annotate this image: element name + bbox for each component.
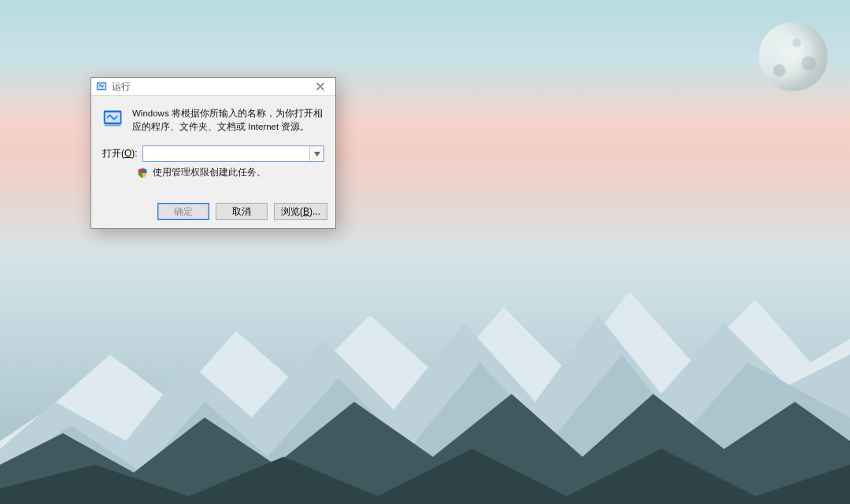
run-icon-large (102, 107, 124, 129)
close-button[interactable] (307, 79, 334, 94)
uac-shield-icon (137, 167, 148, 178)
run-dialog: 运行 Windows 将根据你所输入的名称，为你打开 (91, 77, 336, 229)
mountain-front-layer (0, 347, 850, 504)
admin-note-row: 使用管理权限创建此任务。 (137, 167, 324, 178)
titlebar-title: 运行 (112, 80, 131, 94)
svg-rect-4 (105, 124, 121, 126)
run-icon (96, 81, 107, 92)
open-dropdown-button[interactable] (309, 146, 323, 161)
open-row: 打开(O): (102, 145, 324, 162)
browse-button[interactable]: 浏览(B)... (274, 203, 327, 220)
dialog-body: Windows 将根据你所输入的名称，为你打开相应的程序、文件夹、文档或 Int… (91, 96, 335, 196)
cancel-button[interactable]: 取消 (216, 203, 268, 220)
close-icon (316, 83, 324, 90)
desktop-wallpaper: 运行 Windows 将根据你所输入的名称，为你打开 (0, 0, 850, 504)
chevron-down-icon (314, 152, 320, 156)
moon-graphic (759, 22, 828, 91)
button-bar: 确定 取消 浏览(B)... (91, 196, 335, 228)
open-input[interactable] (142, 145, 324, 162)
titlebar[interactable]: 运行 (91, 78, 335, 96)
open-combobox (142, 145, 324, 162)
mountain-mid-layer (0, 268, 850, 504)
description-row: Windows 将根据你所输入的名称，为你打开相应的程序、文件夹、文档或 Int… (102, 107, 324, 133)
admin-note-text: 使用管理权限创建此任务。 (153, 167, 266, 178)
description-text: Windows 将根据你所输入的名称，为你打开相应的程序、文件夹、文档或 Int… (132, 107, 324, 133)
ok-button[interactable]: 确定 (157, 203, 209, 220)
mountain-back-layer (0, 221, 850, 504)
open-label: 打开(O): (102, 147, 138, 160)
